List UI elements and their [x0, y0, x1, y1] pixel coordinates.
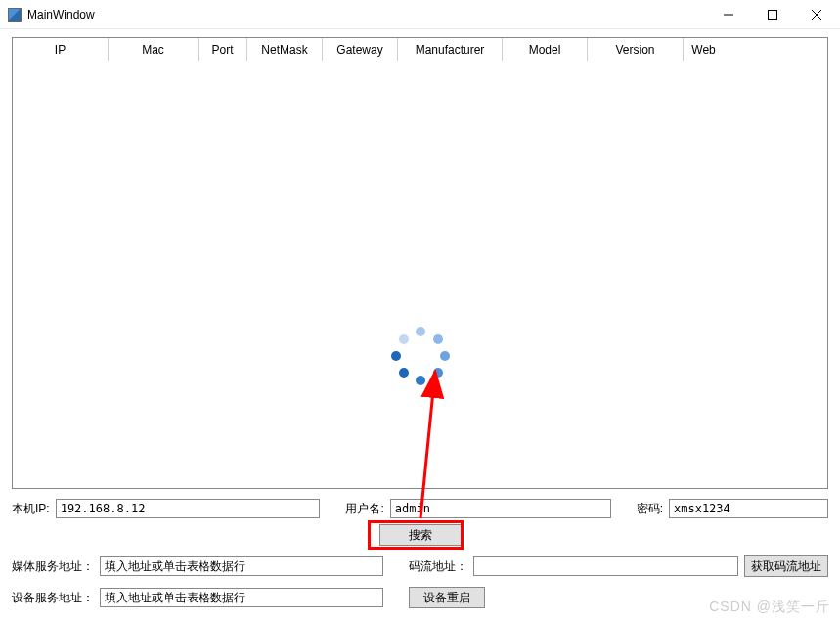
column-mac[interactable]: Mac	[109, 38, 199, 61]
column-model[interactable]: Model	[503, 38, 588, 61]
app-icon	[8, 8, 22, 22]
close-button[interactable]	[794, 0, 838, 28]
username-label: 用户名:	[345, 501, 383, 517]
media-row: 媒体服务地址： 码流地址： 获取码流地址	[12, 555, 828, 577]
close-icon	[812, 10, 821, 20]
media-service-input[interactable]	[100, 556, 383, 576]
maximize-button[interactable]	[750, 0, 794, 28]
window-controls	[706, 0, 838, 28]
main-content: IP Mac Port NetMask Gateway Manufacturer…	[0, 29, 840, 616]
device-restart-button[interactable]: 设备重启	[409, 587, 485, 608]
device-row: 设备服务地址： 设备重启	[12, 587, 828, 608]
media-service-label: 媒体服务地址：	[12, 558, 94, 575]
search-row: 搜索	[12, 524, 828, 546]
device-service-label: 设备服务地址：	[12, 590, 94, 606]
column-netmask[interactable]: NetMask	[247, 38, 323, 61]
password-label: 密码:	[637, 501, 663, 517]
column-gateway[interactable]: Gateway	[323, 38, 398, 61]
window-title: MainWindow	[27, 8, 706, 22]
stream-input[interactable]	[473, 556, 738, 576]
column-web[interactable]: Web	[684, 38, 724, 61]
titlebar: MainWindow	[0, 0, 840, 29]
loading-spinner	[391, 327, 450, 385]
device-service-input[interactable]	[100, 588, 383, 607]
stream-label: 码流地址：	[409, 558, 467, 575]
minimize-icon	[724, 10, 733, 20]
maximize-icon	[768, 10, 777, 20]
credentials-row: 本机IP: 用户名: 密码:	[12, 499, 828, 518]
password-input[interactable]	[669, 499, 828, 518]
column-ip[interactable]: IP	[13, 38, 109, 61]
column-port[interactable]: Port	[199, 38, 247, 61]
device-table[interactable]: IP Mac Port NetMask Gateway Manufacturer…	[12, 37, 828, 489]
username-input[interactable]	[390, 499, 611, 518]
column-version[interactable]: Version	[588, 38, 684, 61]
local-ip-input[interactable]	[56, 499, 321, 518]
watermark: CSDN @浅笑一斤	[709, 599, 830, 616]
search-button[interactable]: 搜索	[379, 524, 462, 546]
table-header: IP Mac Port NetMask Gateway Manufacturer…	[13, 38, 827, 62]
minimize-button[interactable]	[706, 0, 750, 28]
column-manufacturer[interactable]: Manufacturer	[398, 38, 503, 61]
get-stream-url-button[interactable]: 获取码流地址	[744, 555, 828, 577]
local-ip-label: 本机IP:	[12, 501, 50, 517]
svg-rect-1	[768, 10, 776, 19]
